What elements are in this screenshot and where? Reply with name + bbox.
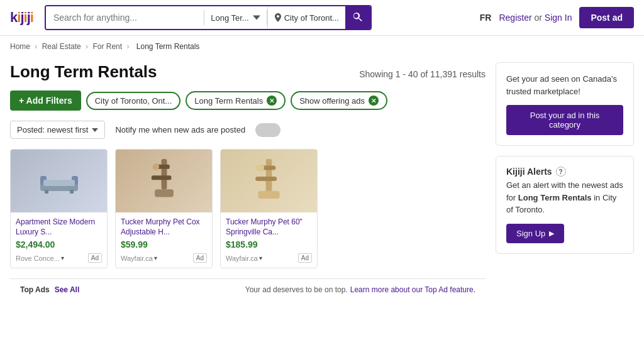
source-label-2: Wayfair.ca [226, 255, 258, 262]
auth-links: Register or Sign In [499, 13, 572, 23]
chevron-down-icon [253, 14, 260, 21]
ad-badge-2: Ad [298, 253, 312, 263]
ad-badge-1: Ad [193, 253, 207, 263]
svg-point-10 [152, 163, 159, 170]
listing-source-0: Rove Conce... ▾ [16, 255, 64, 262]
filter-tag-location-label: City of Toronto, Ont... [95, 96, 172, 106]
listing-source-1: Wayfair.ca ▾ [121, 255, 157, 262]
header-right: FR Register or Sign In Post ad [480, 7, 634, 28]
main-content: Long Term Rentals Showing 1 - 40 of 11,3… [0, 57, 644, 310]
language-button[interactable]: FR [480, 13, 492, 23]
bottom-bar: Top Ads See All Your ad deserves to be o… [10, 278, 486, 300]
listing-title-2: Tucker Murphy Pet 60" Springville Ca... [226, 217, 312, 237]
search-button[interactable] [345, 6, 370, 29]
filters-row: + Add Filters City of Toronto, Ont... Lo… [10, 90, 486, 111]
alerts-title: Kijiji Alerts [506, 167, 552, 177]
alerts-title-row: Kijiji Alerts ? [506, 167, 623, 177]
category-selector[interactable]: Long Ter... [204, 6, 266, 29]
filter-tag-rental-remove[interactable]: ✕ [267, 96, 277, 106]
sidebar-alerts-card: Kijiji Alerts ? Get an alert with the ne… [496, 156, 634, 254]
source-arrow-1[interactable]: ▾ [154, 255, 157, 261]
listing-info-1: Tucker Murphy Pet Cox Adjustable H... $5… [116, 212, 212, 268]
filter-tag-offering: Show offering ads ✕ [291, 91, 387, 110]
svg-rect-14 [258, 191, 279, 199]
listing-title-0: Apartment Size Modern Luxury S... [16, 217, 102, 237]
location-selector[interactable]: City of Toront... [267, 6, 345, 29]
ad-badge-0: Ad [88, 253, 102, 263]
page-title: Long Term Rentals [10, 62, 157, 82]
add-filters-button[interactable]: + Add Filters [10, 90, 81, 111]
breadcrumb-home[interactable]: Home [10, 42, 30, 51]
sort-chevron-icon [92, 128, 98, 132]
top-ads-label: Top Ads [20, 285, 50, 294]
alerts-text: Get an alert with the newest ads for Lon… [506, 179, 623, 216]
sort-label: Posted: newest first [17, 125, 88, 134]
listing-card-1[interactable]: Tucker Murphy Pet Cox Adjustable H... $5… [115, 149, 213, 268]
source-arrow-0[interactable]: ▾ [61, 255, 64, 261]
listing-card-2[interactable]: Tucker Murphy Pet 60" Springville Ca... … [220, 149, 318, 268]
location-label: City of Toront... [284, 13, 339, 23]
source-label-0: Rove Conce... [16, 255, 60, 262]
breadcrumb-current: Long Term Rentals [136, 42, 200, 51]
sign-up-arrow-icon: ▶ [549, 229, 554, 238]
sort-row: Posted: newest first Notify me when new … [10, 121, 486, 139]
learn-more-link[interactable]: Learn more about our Top Ad feature. [350, 285, 475, 294]
breadcrumb-for-rent[interactable]: For Rent [92, 42, 122, 51]
notify-toggle[interactable] [255, 123, 280, 137]
svg-rect-3 [43, 180, 75, 186]
sort-select[interactable]: Posted: newest first [10, 121, 105, 139]
filter-tag-rental-type: Long Term Rentals ✕ [186, 91, 286, 110]
listing-info-0: Apartment Size Modern Luxury S... $2,494… [11, 212, 107, 268]
search-bar: Long Ter... City of Toront... [45, 5, 372, 30]
source-arrow-2[interactable]: ▾ [259, 255, 262, 261]
result-count: Showing 1 - 40 of 11,391 results [359, 69, 486, 79]
listing-card-0[interactable]: Apartment Size Modern Luxury S... $2,494… [10, 149, 108, 268]
svg-rect-11 [266, 159, 272, 192]
register-link[interactable]: Register [499, 13, 531, 23]
listing-footer-0: Rove Conce... ▾ Ad [16, 253, 102, 263]
listings-grid: Apartment Size Modern Luxury S... $2,494… [10, 149, 486, 268]
filter-tag-offering-remove[interactable]: ✕ [369, 96, 379, 106]
header: kijiji Long Ter... City of Toront... FR … [0, 0, 644, 36]
breadcrumb-real-estate[interactable]: Real Estate [42, 42, 81, 51]
bottom-bar-center: Your ad deserves to be on top. Learn mor… [245, 285, 475, 294]
svg-rect-6 [161, 159, 167, 189]
listing-title-1: Tucker Murphy Pet Cox Adjustable H... [121, 217, 207, 237]
breadcrumb-sep3: › [126, 42, 131, 51]
alerts-bold: Long Term Rentals [518, 193, 592, 202]
sidebar: Get your ad seen on Canada's trusted mar… [496, 62, 634, 300]
alerts-help-badge[interactable]: ? [556, 167, 566, 177]
listing-price-0: $2,494.00 [16, 239, 102, 250]
listing-price-1: $59.99 [121, 239, 207, 250]
title-row: Long Term Rentals Showing 1 - 40 of 11,3… [10, 62, 486, 82]
listing-image-1 [116, 150, 212, 212]
logo[interactable]: kijiji [10, 9, 33, 26]
svg-rect-9 [155, 189, 174, 197]
notify-label: Notify me when new ads are posted [115, 125, 245, 134]
sidebar-promo-card: Get your ad seen on Canada's trusted mar… [496, 62, 634, 146]
sofa-icon [37, 167, 81, 195]
sign-up-label: Sign Up [516, 229, 545, 238]
location-icon [274, 13, 282, 22]
post-ad-button[interactable]: Post ad [579, 7, 634, 28]
see-all-link[interactable]: See All [55, 285, 80, 294]
listing-source-2: Wayfair.ca ▾ [226, 255, 262, 262]
search-icon [353, 13, 363, 23]
listing-image-0 [11, 150, 107, 212]
content-area: Long Term Rentals Showing 1 - 40 of 11,3… [10, 62, 486, 300]
listing-image-2 [221, 150, 317, 212]
breadcrumb-sep2: › [86, 42, 90, 51]
sidebar-promo-text: Get your ad seen on Canada's trusted mar… [506, 73, 623, 97]
auth-or: or [534, 13, 541, 23]
filter-tag-location: City of Toronto, Ont... [86, 92, 181, 110]
svg-rect-4 [45, 190, 48, 194]
bottom-bar-center-text: Your ad deserves to be on top. [245, 285, 348, 294]
sign-up-button[interactable]: Sign Up ▶ [506, 224, 564, 243]
listing-price-2: $185.99 [226, 239, 312, 250]
sign-in-link[interactable]: Sign In [545, 13, 572, 23]
post-category-button[interactable]: Post your ad in this category [506, 105, 623, 135]
filter-tag-offering-label: Show offering ads [299, 96, 365, 106]
cat-tree2-icon [252, 159, 286, 203]
listing-info-2: Tucker Murphy Pet 60" Springville Ca... … [221, 212, 317, 268]
search-input[interactable] [46, 6, 204, 29]
